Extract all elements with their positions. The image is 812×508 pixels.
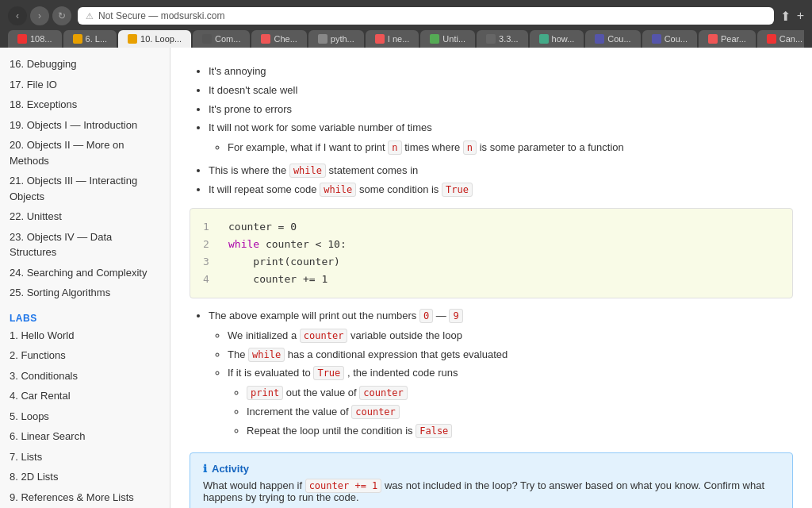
- lock-icon: ⚠: [86, 11, 94, 21]
- code-counter1: counter: [300, 329, 348, 343]
- tab-favicon: [539, 34, 549, 44]
- bullet-while-intro: This is where the while statement comes …: [209, 163, 793, 179]
- sidebar-item-unittest[interactable]: 22. Unittest: [0, 206, 170, 227]
- code-true2: True: [313, 366, 344, 380]
- tab-cou2[interactable]: Cou...: [642, 30, 697, 48]
- labs-section-header: LABS: [0, 306, 170, 325]
- code-content-4: counter += 1: [228, 271, 327, 288]
- tab-favicon: [652, 34, 661, 44]
- sidebar-item-linear-search[interactable]: 6. Linear Search: [0, 426, 170, 447]
- sub-sub-bullets: print out the value of counter Increment…: [228, 385, 793, 439]
- main-layout: 16. Debugging 17. File IO 18. Exceptions…: [0, 48, 812, 508]
- browser-toolbar: ‹ › ↻ ⚠ Not Secure — modsurski.com ⬆ +: [8, 6, 804, 25]
- tab-pear[interactable]: Pear...: [699, 30, 756, 48]
- sidebar-item-objects3[interactable]: 21. Objects III — Interacting Objects: [0, 171, 170, 206]
- code-block: 1 counter = 0 2 while counter < 10: 3 pr…: [190, 208, 793, 298]
- tab-label: pyth...: [331, 34, 354, 44]
- sidebar-item-car-rental[interactable]: 4. Car Rental: [0, 386, 170, 406]
- line-num-2: 2: [203, 236, 216, 253]
- sidebar-item-loops[interactable]: 5. Loops: [0, 406, 170, 427]
- tab-py[interactable]: pyth...: [308, 30, 364, 48]
- sidebar-item-hello-world[interactable]: 1. Hello World: [0, 325, 170, 346]
- tab-label: 6. L...: [86, 34, 108, 44]
- sidebar-item-references[interactable]: 9. References & More Lists: [0, 487, 170, 508]
- tab-108[interactable]: 108...: [8, 30, 62, 48]
- tab-label: Che...: [274, 34, 297, 44]
- activity-title: Activity: [212, 463, 249, 475]
- tab-label: 3.3...: [499, 34, 518, 44]
- tab-label: Unti...: [442, 34, 465, 44]
- nav-buttons: ‹ › ↻: [8, 6, 71, 25]
- sidebar-item-fileio[interactable]: 17. File IO: [0, 75, 170, 95]
- tab-label: 108...: [30, 34, 52, 44]
- sidebar-item-objects1[interactable]: 19. Objects I — Introduction: [0, 115, 170, 136]
- bullet-while-cond: The while has a conditional expression t…: [228, 347, 793, 364]
- tab-10-loops[interactable]: 10. Loop...: [118, 30, 191, 48]
- code-counter3: counter: [351, 405, 400, 419]
- sidebar-item-2d-lists[interactable]: 8. 2D Lists: [0, 467, 170, 487]
- sidebar-item-objects2[interactable]: 20. Objects II — More on Methods: [0, 135, 170, 171]
- code-content-3: print(counter): [228, 253, 340, 271]
- explanation-bullets: The above example will print out the num…: [190, 308, 793, 440]
- content-area: It's annoying It doesn't scale well It's…: [170, 48, 812, 508]
- sidebar-item-debugging[interactable]: 16. Debugging: [0, 54, 170, 75]
- code-content-2: while counter < 10:: [228, 236, 347, 253]
- code-line-1: 1 counter = 0: [203, 218, 779, 236]
- bullet-example: For example, what if I want to print n t…: [228, 140, 793, 156]
- code-true: True: [442, 183, 473, 197]
- sidebar-item-exceptions[interactable]: 18. Exceptions: [0, 94, 170, 115]
- tab-che[interactable]: Che...: [251, 30, 306, 48]
- add-tab-button[interactable]: +: [797, 9, 804, 23]
- tab-favicon: [486, 34, 496, 44]
- tabs-bar: 108... 6. L... 10. Loop... Com... Che...…: [8, 30, 804, 48]
- bullet-initialized: We initialized a counter variable outsid…: [228, 328, 793, 344]
- code-line-4: 4 counter += 1: [203, 271, 779, 288]
- share-button[interactable]: ⬆: [780, 9, 791, 24]
- tab-com[interactable]: Com...: [193, 30, 250, 48]
- tab-how[interactable]: how...: [530, 30, 584, 48]
- tab-cou1[interactable]: Cou...: [585, 30, 640, 48]
- bullet-repeat-loop: Repeat the loop until the condition is F…: [247, 423, 793, 440]
- kw-while: while: [228, 238, 259, 250]
- tab-unt[interactable]: Unti...: [420, 30, 475, 48]
- sidebar-item-searching[interactable]: 24. Searching and Complexity: [0, 263, 170, 283]
- tab-favicon: [202, 34, 212, 44]
- tab-label: Com...: [215, 34, 240, 44]
- tab-ine[interactable]: I ne...: [366, 30, 419, 48]
- bullet-if-true: If it is evaluated to True , the indente…: [228, 365, 793, 439]
- sidebar-item-lists[interactable]: 7. Lists: [0, 447, 170, 468]
- nav-forward-button[interactable]: ›: [30, 6, 49, 25]
- intro-bullets: It's annoying It doesn't scale well It's…: [190, 64, 793, 156]
- code-n2: n: [463, 140, 477, 155]
- tab-label: 10. Loop...: [140, 34, 182, 44]
- tab-6l[interactable]: 6. L...: [63, 30, 117, 48]
- sidebar-item-conditionals[interactable]: 3. Conditionals: [0, 366, 170, 387]
- tab-can[interactable]: Can...: [757, 30, 804, 48]
- browser-chrome: ‹ › ↻ ⚠ Not Secure — modsurski.com ⬆ + 1…: [0, 0, 812, 48]
- tab-favicon: [318, 34, 327, 44]
- code-range-start: 0: [419, 309, 433, 323]
- activity-text: What would happen if counter += 1 was no…: [203, 479, 779, 503]
- sidebar-item-objects4[interactable]: 23. Objects IV — Data Structures: [0, 227, 170, 263]
- tab-33[interactable]: 3.3...: [477, 30, 527, 48]
- bullet-increment: Increment the value of counter: [247, 404, 793, 421]
- sub-bullet-example: For example, what if I want to print n t…: [209, 140, 793, 156]
- info-icon: ℹ: [203, 463, 207, 475]
- sidebar: 16. Debugging 17. File IO 18. Exceptions…: [0, 48, 170, 508]
- bullet-scale: It doesn't scale well: [209, 83, 793, 99]
- nav-back-button[interactable]: ‹: [8, 6, 27, 25]
- sub-explanation: We initialized a counter variable outsid…: [209, 328, 793, 440]
- sidebar-item-sorting[interactable]: 25. Sorting Algorithms: [0, 283, 170, 303]
- code-line-3: 3 print(counter): [203, 253, 779, 271]
- code-counter2: counter: [359, 386, 408, 400]
- code-false: False: [416, 424, 452, 438]
- line-num-4: 4: [203, 271, 216, 288]
- sidebar-item-functions[interactable]: 2. Functions: [0, 345, 170, 366]
- nav-refresh-button[interactable]: ↻: [52, 6, 71, 25]
- address-bar[interactable]: ⚠ Not Secure — modsurski.com: [78, 7, 774, 25]
- bullet-annoying: It's annoying: [209, 64, 793, 80]
- bullet-repeat: It will repeat some code while some cond…: [209, 182, 793, 198]
- code-while3: while: [248, 348, 285, 362]
- tab-favicon: [17, 34, 27, 44]
- line-num-1: 1: [203, 218, 216, 236]
